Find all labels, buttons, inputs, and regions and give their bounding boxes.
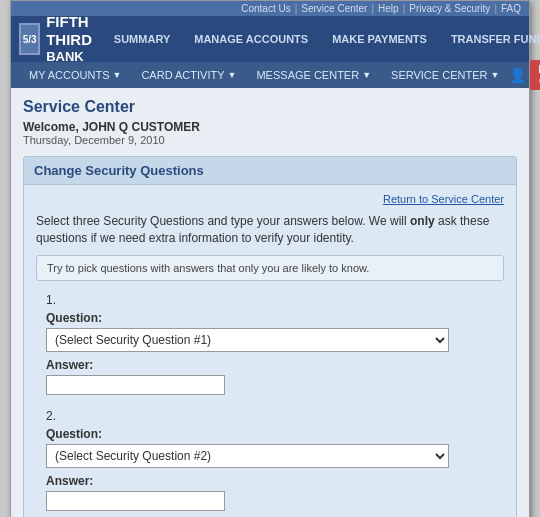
nav-message-center[interactable]: MESSAGE CENTER ▼ xyxy=(246,65,381,85)
logo-area: 5/3 FIFTH THIRD BANK xyxy=(19,13,103,65)
tab-summary[interactable]: SUMMARY xyxy=(103,27,181,51)
bank-logo-icon: 5/3 xyxy=(19,23,40,55)
nav-service-center[interactable]: SERVICE CENTER ▼ xyxy=(381,65,509,85)
logout-button[interactable]: Log Out xyxy=(530,60,540,90)
service-center-link[interactable]: Service Center xyxy=(301,3,367,14)
nav-my-accounts[interactable]: MY ACCOUNTS ▼ xyxy=(19,65,131,85)
questions-form: 1. Question: (Select Security Question #… xyxy=(36,293,504,517)
question-label-2: Question: xyxy=(46,427,494,441)
tab-manage-accounts[interactable]: MANAGE ACCOUNTS xyxy=(183,27,319,51)
answer-label-2: Answer: xyxy=(46,474,494,488)
tab-make-payments[interactable]: MAKE PAYMENTS xyxy=(321,27,438,51)
return-link-area: Return to Service Center xyxy=(36,193,504,205)
question-number-2: 2. xyxy=(46,409,494,423)
question-block-2: 2. Question: (Select Security Question #… xyxy=(46,409,494,511)
question-select-2[interactable]: (Select Security Question #2) xyxy=(46,444,449,468)
intro-text: Select three Security Questions and type… xyxy=(36,213,504,247)
welcome-text: Welcome, JOHN Q CUSTOMER xyxy=(23,120,517,134)
date-text: Thursday, December 9, 2010 xyxy=(23,134,517,146)
section-body: Return to Service Center Select three Se… xyxy=(24,185,516,517)
chevron-down-icon: ▼ xyxy=(112,70,121,80)
chevron-down-icon: ▼ xyxy=(228,70,237,80)
question-label-1: Question: xyxy=(46,311,494,325)
help-link[interactable]: Help xyxy=(378,3,399,14)
bank-logo-text: FIFTH THIRD BANK xyxy=(46,13,103,65)
answer-input-2[interactable] xyxy=(46,491,225,511)
chevron-down-icon: ▼ xyxy=(490,70,499,80)
nav-card-activity[interactable]: CARD ACTIVITY ▼ xyxy=(131,65,246,85)
logout-area: 👤 Log Out xyxy=(509,60,540,90)
contact-us-link[interactable]: Contact Us xyxy=(241,3,290,14)
question-block-1: 1. Question: (Select Security Question #… xyxy=(46,293,494,395)
primary-nav: SUMMARY MANAGE ACCOUNTS MAKE PAYMENTS TR… xyxy=(103,27,540,51)
answer-label-1: Answer: xyxy=(46,358,494,372)
return-to-service-center-link[interactable]: Return to Service Center xyxy=(383,193,504,205)
tab-transfer-funds[interactable]: TRANSFER FUNDS xyxy=(440,27,540,51)
answer-input-1[interactable] xyxy=(46,375,225,395)
faq-link[interactable]: FAQ xyxy=(501,3,521,14)
chevron-down-icon: ▼ xyxy=(362,70,371,80)
tip-box: Try to pick questions with answers that … xyxy=(36,255,504,281)
browser-window: Contact Us | Service Center | Help | Pri… xyxy=(10,0,530,517)
question-select-1[interactable]: (Select Security Question #1) xyxy=(46,328,449,352)
secondary-nav-items: MY ACCOUNTS ▼ CARD ACTIVITY ▼ MESSAGE CE… xyxy=(19,65,509,85)
privacy-link[interactable]: Privacy & Security xyxy=(409,3,490,14)
section-header: Change Security Questions xyxy=(24,157,516,185)
security-questions-section: Change Security Questions Return to Serv… xyxy=(23,156,517,517)
user-icon: 👤 xyxy=(509,67,526,83)
question-number-1: 1. xyxy=(46,293,494,307)
header: 5/3 FIFTH THIRD BANK SUMMARY MANAGE ACCO… xyxy=(11,16,529,62)
secondary-nav: MY ACCOUNTS ▼ CARD ACTIVITY ▼ MESSAGE CE… xyxy=(11,62,529,88)
page-content: Service Center Welcome, JOHN Q CUSTOMER … xyxy=(11,88,529,517)
page-title: Service Center xyxy=(23,98,517,116)
